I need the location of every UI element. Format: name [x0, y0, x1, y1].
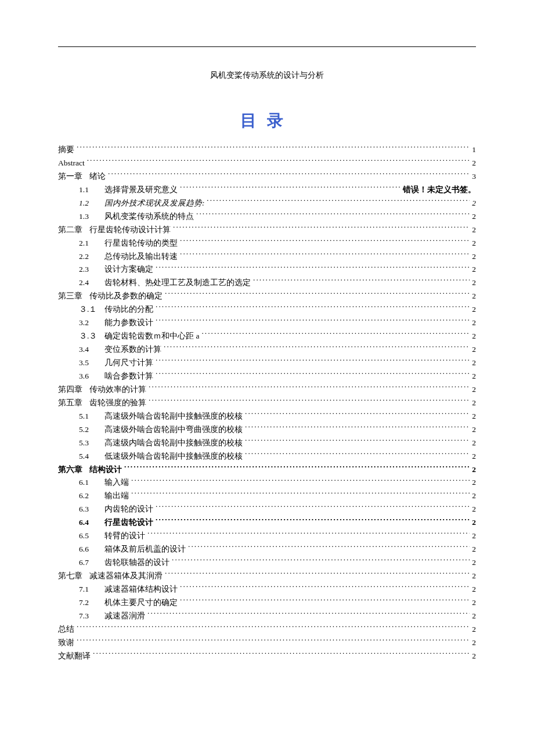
toc-entry-page: 错误！未定义书签。 — [403, 183, 476, 197]
toc-entry-label: 内齿轮的设计 — [104, 503, 153, 516]
toc-entry-page: 2 — [472, 263, 476, 276]
toc-entry[interactable]: 3.5几何尺寸计算2 — [58, 357, 476, 370]
toc-entry-number: 6.3 — [79, 503, 99, 516]
toc-entry[interactable]: 第三章传动比及参数的确定2 — [58, 290, 476, 303]
toc-entry[interactable]: 5.3高速级内啮合齿轮副中接触强度的校核2 — [58, 437, 476, 450]
toc-leader-dots — [149, 397, 470, 405]
toc-leader-dots — [207, 197, 470, 206]
toc-entry[interactable]: 7.3减速器润滑2 — [58, 610, 476, 623]
toc-entry[interactable]: 1.2国内外技术现状及发展趋势:2 — [58, 197, 476, 210]
toc-entry-number: 第三章 — [58, 290, 84, 303]
toc-leader-dots — [180, 237, 470, 246]
toc-entry-number: 5.4 — [79, 450, 99, 463]
toc-entry[interactable]: 6.4行星齿轮设计2 — [58, 516, 476, 530]
toc-entry[interactable]: 5.1高速级外啮合齿轮副中接触强度的校核2 — [58, 410, 476, 423]
toc-entry-number: 1.1 — [79, 183, 99, 197]
toc-entry[interactable]: 摘要1 — [58, 143, 476, 157]
toc-entry-label: 总传动比及输出转速 — [104, 250, 178, 264]
toc-entry-label: 设计方案确定 — [104, 263, 153, 276]
toc-entry-label: 输入端 — [104, 476, 129, 489]
toc-entry-page: 2 — [472, 543, 476, 556]
toc-entry-label: 传动比的分配 — [104, 303, 153, 316]
toc-entry[interactable]: 6.6箱体及前后机盖的设计2 — [58, 543, 476, 556]
toc-entry-page: 2 — [472, 383, 476, 397]
toc-entry-page: 2 — [472, 410, 476, 423]
toc-entry[interactable]: 7.2机体主要尺寸的确定2 — [58, 596, 476, 610]
toc-entry[interactable]: 第五章齿轮强度的验算2 — [58, 397, 476, 410]
toc-entry[interactable]: 致谢2 — [58, 636, 476, 650]
toc-entry[interactable]: 6.5转臂的设计2 — [58, 530, 476, 543]
toc-leader-dots — [180, 184, 400, 192]
toc-entry[interactable]: ３.３确定齿轮齿数ｍ和中心距 a2 — [58, 330, 476, 343]
toc-entry-page: 2 — [472, 476, 476, 489]
toc-entry[interactable]: ３.１传动比的分配2 — [58, 303, 476, 316]
toc-entry-page: 2 — [472, 357, 476, 370]
toc-entry-label: 传动比及参数的确定 — [89, 290, 163, 303]
toc-leader-dots — [245, 437, 470, 445]
toc-entry-page: 2 — [472, 610, 476, 623]
toc-leader-dots — [164, 344, 470, 352]
toc-entry[interactable]: 6.7齿轮联轴器的设计2 — [58, 556, 476, 570]
toc-entry[interactable]: 3.6啮合参数计算2 — [58, 370, 476, 383]
toc-entry[interactable]: 7.1减速器箱体结构设计2 — [58, 583, 476, 596]
toc-entry-label: 高速级内啮合齿轮副中接触强度的校核 — [104, 437, 243, 450]
toc-entry-page: 2 — [472, 503, 476, 516]
toc-entry[interactable]: 2.4齿轮材料、热处理工艺及制造工艺的选定2 — [58, 276, 476, 290]
toc-leader-dots — [156, 264, 470, 272]
toc-entry-number: 2.4 — [79, 276, 99, 290]
toc-leader-dots — [165, 291, 470, 299]
toc-leader-dots — [156, 517, 470, 525]
toc-entry[interactable]: 1.1选择背景及研究意义错误！未定义书签。 — [58, 183, 476, 197]
toc-entry-page: 2 — [472, 516, 476, 530]
toc-entry[interactable]: Abstract2 — [58, 157, 476, 170]
toc-entry-label: 机体主要尺寸的确定 — [104, 596, 178, 610]
toc-entry-label: 文献翻译 — [58, 650, 91, 663]
toc-entry-label: Abstract — [58, 157, 85, 170]
toc-entry[interactable]: 3.2能力参数设计2 — [58, 316, 476, 330]
toc-entry[interactable]: 6.2输出端2 — [58, 489, 476, 503]
toc-entry-label: 变位系数的计算 — [104, 343, 161, 357]
toc-leader-dots — [180, 597, 470, 605]
toc-entry-number: 2.3 — [79, 263, 99, 276]
toc-entry[interactable]: 第七章减速器箱体及其润滑2 — [58, 570, 476, 583]
toc-leader-dots — [147, 531, 470, 539]
toc-entry[interactable]: 第六章结构设计2 — [58, 463, 476, 477]
toc-entry-page: 2 — [472, 237, 476, 250]
toc-entry-label: 高速级外啮合齿轮副中弯曲强度的校核 — [104, 423, 243, 437]
toc-entry[interactable]: 6.1输入端2 — [58, 476, 476, 489]
toc-entry[interactable]: 文献翻译2 — [58, 650, 476, 663]
toc-entry-number: 3.6 — [79, 370, 99, 383]
toc-entry[interactable]: 5.2高速级外啮合齿轮副中弯曲强度的校核2 — [58, 423, 476, 437]
toc-entry-number: 1.3 — [79, 210, 99, 224]
toc-entry-number: 6.5 — [79, 530, 99, 543]
toc-entry[interactable]: 2.2总传动比及输出转速2 — [58, 250, 476, 264]
toc-entry-page: 2 — [472, 316, 476, 330]
toc-entry-number: 第七章 — [58, 570, 84, 583]
toc-entry[interactable]: 3.4变位系数的计算2 — [58, 343, 476, 357]
toc-leader-dots — [156, 318, 470, 326]
toc-entry[interactable]: 第二章行星齿轮传动设计计算2 — [58, 224, 476, 237]
toc-entry[interactable]: 6.3内齿轮的设计2 — [58, 503, 476, 516]
toc-leader-dots — [165, 571, 470, 579]
toc-entry[interactable]: 5.4低速级外啮合齿轮副中接触强度的校核2 — [58, 450, 476, 463]
toc-entry-label: 国内外技术现状及发展趋势: — [104, 197, 205, 210]
toc-entry-page: 2 — [472, 303, 476, 316]
toc-entry[interactable]: 2.1行星齿轮传动的类型2 — [58, 237, 476, 250]
toc-entry-page: 2 — [472, 330, 476, 343]
toc-leader-dots — [173, 224, 470, 232]
toc-leader-dots — [147, 610, 470, 618]
toc-entry-page: 2 — [472, 343, 476, 357]
toc-leader-dots — [87, 157, 470, 165]
toc-entry-page: 2 — [472, 570, 476, 583]
toc-entry-number: 第一章 — [58, 170, 84, 183]
toc-leader-dots — [149, 384, 470, 392]
toc-entry[interactable]: 第一章绪论3 — [58, 170, 476, 183]
toc-entry[interactable]: 2.3设计方案确定2 — [58, 263, 476, 276]
toc-leader-dots — [245, 424, 470, 432]
toc-entry[interactable]: 第四章传动效率的计算2 — [58, 383, 476, 397]
toc-leader-dots — [124, 464, 470, 472]
toc-entry-label: 行星齿轮设计 — [104, 516, 153, 530]
toc-entry[interactable]: 1.3风机变桨传动系统的特点2 — [58, 210, 476, 224]
toc-entry[interactable]: 总结2 — [58, 623, 476, 636]
toc-entry-page: 2 — [472, 250, 476, 264]
